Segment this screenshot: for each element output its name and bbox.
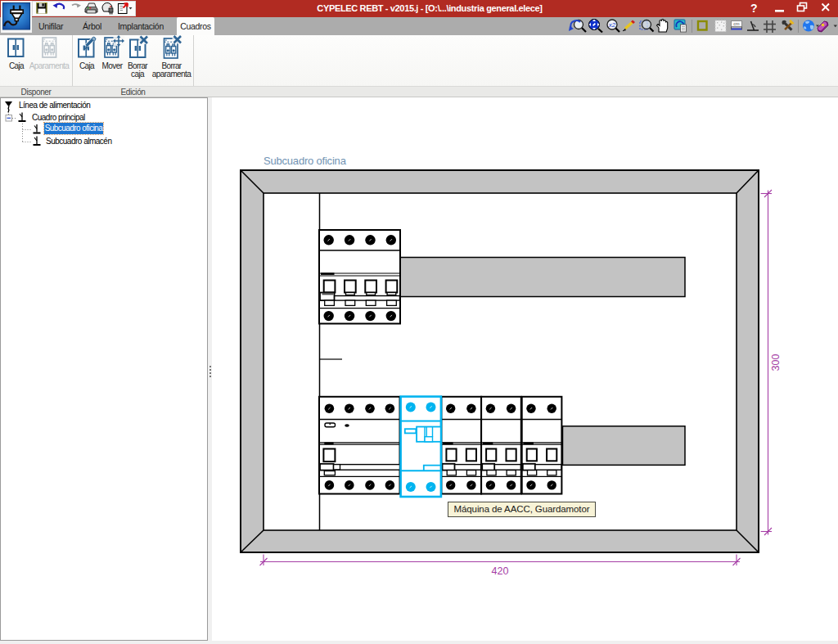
svg-text:300: 300: [770, 354, 782, 372]
svg-text:420: 420: [492, 565, 509, 577]
svg-text:Subcuadro oficina: Subcuadro oficina: [264, 155, 347, 167]
